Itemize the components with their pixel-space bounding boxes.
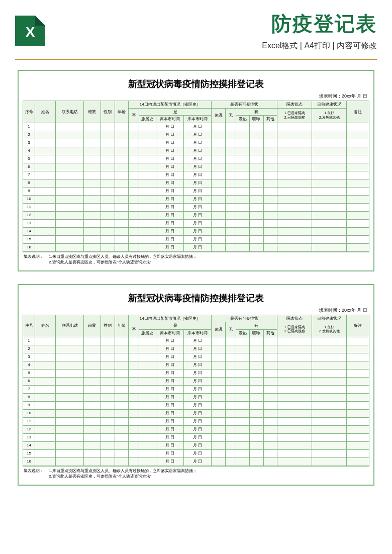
cell-seq: 9: [23, 187, 35, 195]
table-row: 7 月 日 月 日: [23, 171, 369, 179]
table-row: 4 月 日 月 日: [23, 147, 369, 155]
col-isolation: 隔离状态: [277, 315, 312, 322]
table-row: 10 月 日 月 日: [23, 409, 369, 417]
table-row: 14 月 日 月 日: [23, 441, 369, 449]
cell-arrive-date: 月 日: [184, 203, 212, 211]
cell-seq: 9: [23, 401, 35, 409]
cell-arrive-date: 月 日: [184, 163, 212, 171]
cell-seq: 12: [23, 425, 35, 433]
cell-seq: 2: [23, 131, 35, 139]
notes-label: 填表说明：: [24, 468, 49, 474]
cell-leave-date: 月 日: [156, 139, 184, 147]
cell-arrive-date: 月 日: [184, 195, 212, 203]
cell-leave-date: 月 日: [156, 345, 184, 353]
table-row: 1 月 日 月 日: [23, 337, 369, 345]
cell-arrive-date: 月 日: [184, 385, 212, 393]
cell-arrive-date: 月 日: [184, 131, 212, 139]
page-title: 防疫登记表: [54, 10, 377, 38]
col-origin: 籍贯: [83, 101, 101, 123]
table-row: 5 月 日 月 日: [23, 369, 369, 377]
cell-seq: 10: [23, 195, 35, 203]
table-row: 2 月 日 月 日: [23, 345, 369, 353]
page-subtitle: Excel格式 | A4打印 | 内容可修改: [54, 41, 377, 51]
table-row: 8 月 日 月 日: [23, 393, 369, 401]
cell-leave-date: 月 日: [156, 401, 184, 409]
col-name: 姓名: [35, 101, 56, 123]
col-yes: 是: [139, 108, 212, 116]
registration-table: 序号 姓名 联系电话 籍贯 性别 年龄 14日内进出某某市情况（疫区史） 是否有…: [23, 101, 369, 252]
cell-seq: 13: [23, 433, 35, 441]
col-temp: 体温: [212, 108, 226, 123]
col-other: 其他: [263, 116, 277, 123]
cell-seq: 2: [23, 345, 35, 353]
cell-seq: 11: [23, 203, 35, 211]
cell-seq: 4: [23, 147, 35, 155]
fill-time: 填表时间：20xx年 月 日: [23, 306, 369, 315]
cell-leave-date: 月 日: [156, 219, 184, 227]
col-leave-time: 离本市时间: [156, 329, 184, 337]
table-row: 5 月 日 月 日: [23, 155, 369, 163]
cell-leave-date: 月 日: [156, 227, 184, 235]
notes-line-1: 1.来自重点疫区或与重点疫区人员、确诊人员有过接触的，立即落实居家隔离措施；: [49, 254, 368, 259]
col-gender: 性别: [101, 101, 115, 123]
cell-arrive-date: 月 日: [184, 409, 212, 417]
cell-arrive-date: 月 日: [184, 171, 212, 179]
cell-leave-date: 月 日: [156, 235, 184, 243]
cell-seq: 13: [23, 219, 35, 227]
cell-seq: 15: [23, 449, 35, 457]
col-fever: 发热: [236, 116, 250, 123]
col-fever: 发热: [236, 329, 250, 337]
cell-leave-date: 月 日: [156, 123, 184, 131]
cell-arrive-date: 月 日: [184, 235, 212, 243]
table-row: 16 月 日 月 日: [23, 457, 369, 466]
col-travel-group: 14日内进出某某市情况（疫区史）: [129, 101, 212, 109]
cell-arrive-date: 月 日: [184, 401, 212, 409]
cell-arrive-date: 月 日: [184, 449, 212, 457]
table-row: 6 月 日 月 日: [23, 377, 369, 385]
cell-leave-date: 月 日: [156, 337, 184, 345]
cell-seq: 11: [23, 417, 35, 425]
table-row: 3 月 日 月 日: [23, 139, 369, 147]
table-row: 2 月 日 月 日: [23, 131, 369, 139]
notes-line-1: 1.来自重点疫区或与重点疫区人员、确诊人员有过接触的，立即落实居家隔离措施；: [49, 468, 368, 474]
cell-arrive-date: 月 日: [184, 417, 212, 425]
cell-seq: 6: [23, 377, 35, 385]
sheets-container: 新型冠状病毒疫情防控摸排登记表 填表时间：20xx年 月 日 序号 姓名 联系电…: [0, 70, 392, 486]
cell-seq: 1: [23, 123, 35, 131]
cell-leave-date: 月 日: [156, 361, 184, 369]
col-cough: 咳嗽: [250, 329, 264, 337]
header-divider: [15, 59, 377, 60]
table-row: 7 月 日 月 日: [23, 385, 369, 393]
col-has: 有: [236, 108, 277, 116]
cell-leave-date: 月 日: [156, 203, 184, 211]
col-iso-opts: 1.已居家隔离 2.已隔离观察: [277, 322, 312, 337]
col-yes: 是: [139, 322, 212, 330]
table-row: 4 月 日 月 日: [23, 361, 369, 369]
cell-leave-date: 月 日: [156, 393, 184, 401]
cell-leave-date: 月 日: [156, 457, 184, 466]
col-age: 年龄: [115, 101, 129, 123]
cell-leave-date: 月 日: [156, 211, 184, 219]
cell-leave-date: 月 日: [156, 433, 184, 441]
cell-leave-date: 月 日: [156, 449, 184, 457]
cell-leave-date: 月 日: [156, 131, 184, 139]
table-row: 15 月 日 月 日: [23, 235, 369, 243]
cell-arrive-date: 月 日: [184, 353, 212, 361]
col-seq: 序号: [23, 315, 35, 337]
cell-arrive-date: 月 日: [184, 243, 212, 251]
cell-seq: 3: [23, 139, 35, 147]
col-cough: 咳嗽: [250, 116, 264, 123]
table-row: 9 月 日 月 日: [23, 401, 369, 409]
cell-leave-date: 月 日: [156, 179, 184, 187]
col-has: 有: [236, 322, 277, 330]
cell-arrive-date: 月 日: [184, 441, 212, 449]
cell-arrive-date: 月 日: [184, 393, 212, 401]
cell-leave-date: 月 日: [156, 187, 184, 195]
col-remark: 备注: [347, 315, 369, 337]
table-row: 12 月 日 月 日: [23, 211, 369, 219]
col-health-opts: 1.良好 2.发热或其他: [312, 108, 347, 123]
cell-arrive-date: 月 日: [184, 147, 212, 155]
table-row: 16 月 日 月 日: [23, 243, 369, 251]
col-symptom-group: 是否有可疑症状: [212, 101, 277, 109]
cell-leave-date: 月 日: [156, 369, 184, 377]
